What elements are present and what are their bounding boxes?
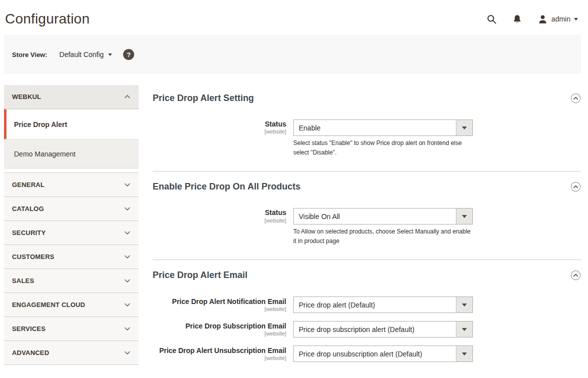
sidebar-item-catalog[interactable]: CATALOG [4,197,139,221]
chevron-down-icon [124,206,131,211]
field-scope: [website] [153,354,286,362]
page-title: Configuration [5,11,90,27]
help-icon[interactable]: ? [123,49,134,60]
chevron-down-icon [124,278,131,283]
chevron-down-icon [124,254,131,259]
collapse-circle-icon [570,93,581,104]
sidebar-item-demo-management[interactable]: Demo Management [4,139,139,168]
store-view-switcher[interactable]: Default Config [60,50,113,58]
section-price-drop-alert-setting: Price Drop Alert Setting Status [website… [153,85,581,172]
subscription-email-select[interactable]: Price drop subscription alert (Default) [293,321,473,338]
sidebar-item-sales[interactable]: SALES [4,269,139,293]
collapse-section-button[interactable] [570,270,581,280]
select-value: Price drop unsubscription alert (Default… [294,350,422,358]
caret-down-icon [462,126,467,130]
chevron-up-icon [124,94,131,99]
admin-account-menu[interactable]: admin [537,14,578,24]
chevron-down-icon [574,18,578,20]
chevron-down-icon [124,302,131,307]
sidebar-group-webkul[interactable]: WEBKUL [4,85,139,109]
page-header: Configuration admin [0,0,588,29]
select-arrow-button[interactable] [456,208,472,224]
select-value: Visible On All [294,212,340,220]
store-view-label: Store View: [12,51,48,58]
field-row-subscription-email: Price Drop Subscription Email [website] … [153,321,581,338]
caret-down-icon [462,215,467,218]
section-title: Price Drop Alert Setting [153,93,254,104]
caret-down-icon [462,328,467,331]
collapse-section-button[interactable] [570,182,581,192]
chevron-down-icon [124,350,131,355]
sidebar-item-label: ADVANCED [12,349,49,356]
search-icon[interactable] [486,14,497,24]
field-label: Status [153,208,286,216]
status-select[interactable]: Enable [293,120,473,136]
caret-down-icon [462,304,467,306]
sidebar-subitems: Price Drop Alert Demo Management [4,109,139,168]
sidebar-item-label: GENERAL [12,181,45,188]
sidebar-item-label: CUSTOMERS [12,253,55,260]
sidebar-item-label: ENGAGEMENT CLOUD [12,301,85,308]
section-title: Price Drop Alert Email [153,270,247,280]
visibility-select[interactable]: Visible On All [293,208,473,224]
select-value: Enable [294,124,321,132]
field-row-notification-email: Price Drop Alert Notification Email [web… [153,296,581,313]
field-label: Status [153,120,286,128]
section-price-drop-alert-email: Price Drop Alert Email Price Drop Alert … [153,260,581,376]
config-sidebar: WEBKUL Price Drop Alert Demo Management … [4,85,139,365]
field-row-status: Status [website] Visible On All To Allow… [153,208,581,246]
store-view-selected: Default Config [60,50,104,58]
collapse-circle-icon [570,270,581,280]
sidebar-item-label: CATALOG [12,205,44,212]
sidebar-item-engagement-cloud[interactable]: ENGAGEMENT CLOUD [4,293,139,317]
user-avatar-icon [537,14,548,24]
section-enable-price-drop-all-products: Enable Price Drop On All Products Status… [153,172,581,260]
notifications-bell-icon[interactable] [512,14,522,24]
field-scope: [website] [153,128,286,135]
sidebar-item-general[interactable]: GENERAL [4,173,139,197]
caret-down-icon [462,352,467,356]
field-scope: [website] [153,330,286,337]
select-arrow-button[interactable] [456,120,472,136]
sidebar-item-price-drop-alert[interactable]: Price Drop Alert [4,109,139,139]
collapse-circle-icon [570,182,581,192]
field-note: Select status "Enable" to show Price dro… [293,138,471,157]
sidebar-item-label: SERVICES [12,325,46,332]
section-title: Enable Price Drop On All Products [153,182,300,192]
store-view-bar: Store View: Default Config ? [4,35,581,74]
field-row-status: Status [website] Enable Select status "E… [153,120,581,157]
field-scope: [website] [153,217,286,224]
select-value: Price drop alert (Default) [294,301,375,309]
sidebar-item-services[interactable]: SERVICES [4,317,139,341]
chevron-down-icon [108,54,112,56]
field-label: Price Drop Subscription Email [153,322,286,330]
field-scope: [website] [153,306,286,312]
chevron-down-icon [124,230,131,235]
chevron-down-icon [124,326,131,331]
collapse-section-button[interactable] [570,93,581,104]
field-row-unsubscription-email: Price Drop Alert Unsubscription Email [w… [153,346,581,362]
field-label: Price Drop Alert Unsubscription Email [153,346,286,354]
config-main: Price Drop Alert Setting Status [website… [153,85,581,376]
sidebar-item-security[interactable]: SECURITY [4,221,139,245]
select-value: Price drop subscription alert (Default) [294,326,414,334]
sidebar-group-label: WEBKUL [12,93,41,100]
sidebar-groups: GENERAL CATALOG SECURITY CUSTOMERS SALES… [4,172,139,365]
admin-username: admin [551,15,570,23]
select-arrow-button[interactable] [456,297,472,312]
sidebar-item-label: Demo Management [14,150,76,158]
sidebar-item-label: SECURITY [12,229,46,236]
header-actions: admin [486,14,578,24]
sidebar-item-advanced[interactable]: ADVANCED [4,341,139,365]
unsubscription-email-select[interactable]: Price drop unsubscription alert (Default… [293,346,473,362]
field-label: Price Drop Alert Notification Email [153,298,286,306]
content-layout: WEBKUL Price Drop Alert Demo Management … [4,85,581,376]
notification-email-select[interactable]: Price drop alert (Default) [293,296,473,313]
select-arrow-button[interactable] [456,322,472,337]
sidebar-item-label: SALES [12,277,34,284]
select-arrow-button[interactable] [456,346,472,362]
sidebar-item-customers[interactable]: CUSTOMERS [4,245,139,269]
sidebar-item-label: Price Drop Alert [14,120,67,128]
chevron-down-icon [124,182,131,187]
field-note: To Allow on selected products, choose Se… [293,227,471,246]
